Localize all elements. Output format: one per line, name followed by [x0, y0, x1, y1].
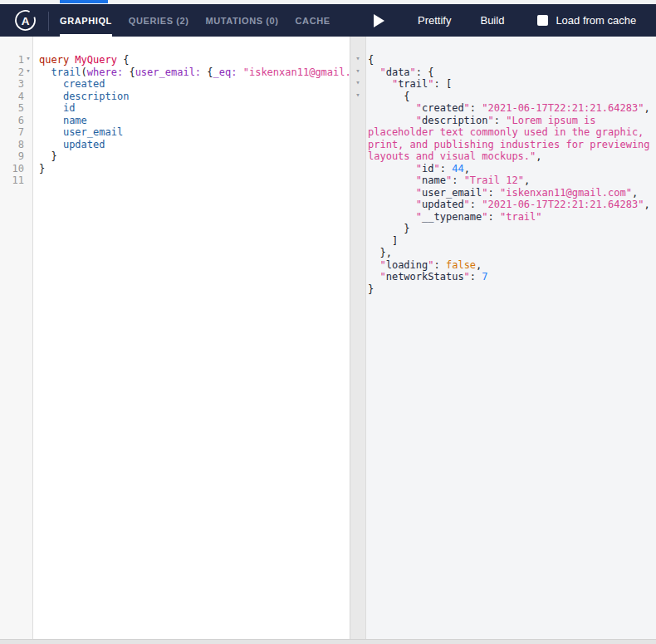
code-line: "description": "Lorem ipsum is — [368, 115, 656, 127]
prettify-button[interactable]: Prettify — [418, 14, 451, 27]
fold-arrow-icon[interactable]: ▾ — [24, 54, 32, 66]
code-line — [39, 175, 350, 187]
line-number-gutter: 1▾2▾34567891011 — [0, 37, 33, 639]
svg-text:A: A — [22, 15, 30, 27]
query-editor-pane: 1▾2▾34567891011 query MyQuery { trail(wh… — [0, 37, 350, 639]
code-line: } — [368, 223, 656, 235]
fold-gutter-cell — [24, 78, 32, 91]
load-from-cache-checkbox[interactable] — [537, 15, 548, 26]
devtools-active-tab-indicator — [60, 0, 108, 3]
code-line: "trail": [ — [368, 78, 656, 91]
fold-gutter-cell — [24, 126, 32, 139]
apollo-logo-icon: A — [14, 9, 37, 32]
fold-arrow-icon[interactable]: ▾ — [354, 54, 362, 66]
line-number: 4 — [0, 91, 24, 103]
code-line: updated — [39, 139, 350, 151]
fold-arrow-icon[interactable]: ▾ — [354, 78, 362, 91]
code-line: "id": 44, — [368, 163, 656, 175]
code-line: }, — [368, 247, 656, 259]
line-number: 9 — [0, 150, 24, 163]
code-line: "data": { — [368, 66, 656, 79]
tab-queries[interactable]: QUERIES (2) — [129, 4, 189, 37]
code-line: { — [368, 91, 656, 103]
code-line: name — [39, 115, 350, 127]
code-line: "created": "2021-06-17T22:21:21.64283", — [368, 102, 656, 115]
line-number: 7 — [0, 126, 24, 139]
fold-gutter-cell — [24, 150, 32, 163]
code-line: description — [39, 91, 350, 103]
execute-query-play-icon[interactable] — [374, 14, 384, 27]
fold-gutter-cell — [24, 175, 32, 187]
fold-arrow-icon[interactable]: ▾ — [354, 91, 362, 103]
apollo-devtools-panel: A GRAPHIQL QUERIES (2) MUTATIONS (0) CAC… — [0, 0, 656, 644]
result-viewer: { "data": { "trail": [ { "created": "202… — [366, 37, 656, 639]
code-line: trail(where: {user_email: {_eq: "iskenxa… — [39, 66, 350, 79]
load-from-cache-label[interactable]: Load from cache — [556, 14, 636, 27]
nav-divider — [48, 12, 49, 31]
line-number: 5 — [0, 102, 24, 115]
graphiql-content: 1▾2▾34567891011 query MyQuery { trail(wh… — [0, 37, 656, 639]
bottom-edge-strip — [0, 639, 656, 644]
code-line: } — [368, 283, 656, 296]
build-button[interactable]: Build — [480, 14, 504, 27]
code-line: { — [368, 54, 656, 66]
code-line: user_email — [39, 126, 350, 139]
code-line: query MyQuery { — [39, 54, 350, 66]
fold-gutter-cell — [24, 115, 32, 127]
line-number: 11 — [0, 175, 24, 187]
code-line: layouts and visual mockups.", — [368, 150, 656, 163]
fold-gutter-cell — [24, 102, 32, 115]
code-line: "updated": "2021-06-17T22:21:21.64283", — [368, 199, 656, 211]
code-line: print, and publishing industries for pre… — [368, 139, 656, 151]
code-line: } — [39, 150, 350, 163]
tab-graphiql[interactable]: GRAPHIQL — [60, 4, 112, 37]
code-line: } — [39, 163, 350, 175]
query-editor[interactable]: query MyQuery { trail(where: {user_email… — [33, 37, 350, 639]
code-line: "user_email": "iskenxan11@gmail.com", — [368, 187, 656, 199]
line-number: 3 — [0, 78, 24, 91]
code-line: created — [39, 78, 350, 91]
line-number: 6 — [0, 115, 24, 127]
tab-mutations[interactable]: MUTATIONS (0) — [205, 4, 278, 37]
fold-arrow-icon[interactable]: ▾ — [354, 66, 362, 79]
apollo-nav-bar: A GRAPHIQL QUERIES (2) MUTATIONS (0) CAC… — [0, 4, 656, 37]
fold-gutter-cell — [24, 139, 32, 151]
code-line: "__typename": "trail" — [368, 211, 656, 224]
line-number: 2 — [0, 66, 24, 79]
fold-gutter-cell — [24, 91, 32, 103]
line-number: 10 — [0, 163, 24, 175]
code-line: "loading": false, — [368, 259, 656, 272]
fold-gutter-cell — [24, 163, 32, 175]
fold-arrow-icon[interactable]: ▾ — [24, 66, 32, 79]
code-line: "networkStatus": 7 — [368, 271, 656, 283]
code-line: placeholder text commonly used in the gr… — [368, 126, 656, 139]
toolbar: Prettify Build Load from cache — [374, 4, 636, 37]
code-line: id — [39, 102, 350, 115]
code-line: ] — [368, 235, 656, 248]
tab-cache[interactable]: CACHE — [296, 4, 330, 37]
line-number: 8 — [0, 139, 24, 151]
pane-divider[interactable]: ▾▾▾▾ — [350, 37, 366, 639]
nav-tabs: GRAPHIQL QUERIES (2) MUTATIONS (0) CACHE — [60, 4, 330, 37]
line-number: 1 — [0, 54, 24, 66]
code-line: "name": "Trail 12", — [368, 175, 656, 187]
